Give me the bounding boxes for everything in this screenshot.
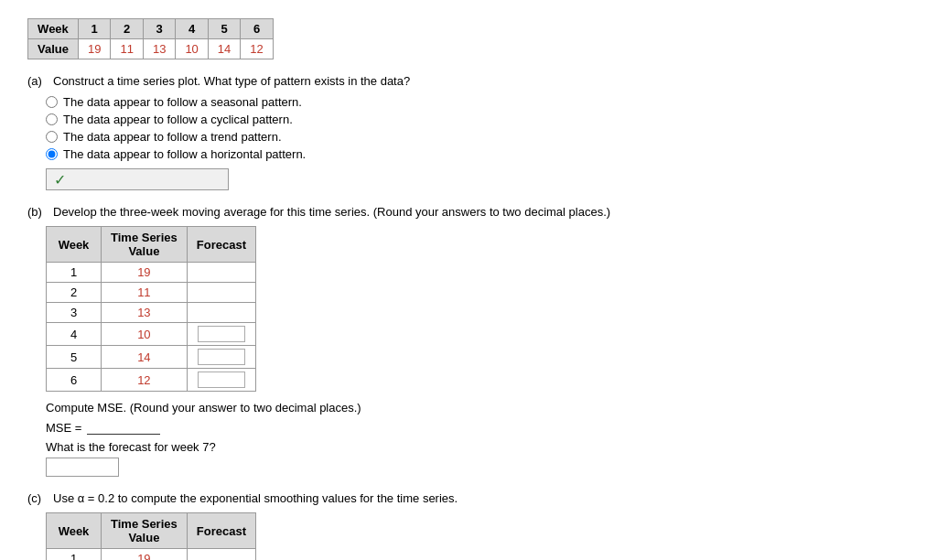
forecast-week-section: What is the forecast for week 7?: [46, 440, 910, 477]
part-c-section: (c) Use α = 0.2 to compute the exponenti…: [27, 491, 910, 560]
top-table-val4: 10: [176, 39, 208, 59]
radio-option-horizontal[interactable]: The data appear to follow a horizontal p…: [46, 147, 910, 161]
part-a-label: (a): [27, 74, 46, 88]
ma-table-week-header: Week: [47, 227, 102, 263]
table-row: 1 19: [47, 549, 256, 561]
top-table-col4: 4: [176, 19, 208, 39]
radio-seasonal[interactable]: [46, 96, 58, 108]
ma-row6-forecast-cell[interactable]: [187, 369, 255, 392]
table-row: 1 19: [47, 263, 256, 283]
top-table-val3: 13: [143, 39, 175, 59]
top-table-col1: 1: [78, 19, 110, 39]
top-data-table: Week 1 2 3 4 5 6 Value 19 11 13 10 14 12: [27, 18, 274, 59]
mse-label: Compute MSE. (Round your answer to two d…: [46, 401, 910, 415]
mse-label-text: Compute MSE. (Round your answer to two d…: [46, 401, 361, 415]
radio-cyclical[interactable]: [46, 113, 58, 125]
top-table-val1: 19: [78, 39, 110, 59]
exp-smoothing-table: Week Time SeriesValue Forecast 1 19 2 11: [46, 512, 256, 560]
ma-row5-week: 5: [47, 346, 102, 369]
ma-row4-forecast-cell[interactable]: [187, 323, 255, 346]
top-table-col3: 3: [143, 19, 175, 39]
part-a-radio-group: The data appear to follow a seasonal pat…: [46, 95, 910, 161]
top-table-col5: 5: [208, 19, 240, 39]
radio-horizontal-label: The data appear to follow a horizontal p…: [63, 147, 306, 161]
ma-row4-week: 4: [47, 323, 102, 346]
part-c-question: Use α = 0.2 to compute the exponential s…: [53, 491, 458, 505]
ma-table-ts-header: Time SeriesValue: [102, 227, 188, 263]
ma-row6-forecast-input[interactable]: [198, 372, 245, 388]
mse-prefix: MSE =: [46, 421, 81, 435]
table-row: 6 12: [47, 369, 256, 392]
table-row: 4 10: [47, 323, 256, 346]
radio-option-trend[interactable]: The data appear to follow a trend patter…: [46, 130, 910, 144]
forecast-week-input[interactable]: [46, 458, 119, 477]
mse-input[interactable]: [87, 420, 160, 435]
ma-row5-value: 14: [102, 346, 188, 369]
part-b-header: (b) Develop the three-week moving averag…: [27, 205, 910, 219]
es-table-week-header: Week: [47, 513, 102, 549]
ma-row1-week: 1: [47, 263, 102, 283]
top-table-val2: 11: [111, 39, 143, 59]
ma-row2-value: 11: [102, 283, 188, 303]
radio-trend[interactable]: [46, 131, 58, 143]
radio-horizontal[interactable]: [46, 148, 58, 160]
table-row: 5 14: [47, 346, 256, 369]
es-table-ts-header: Time SeriesValue: [102, 513, 188, 549]
part-b-label: (b): [27, 205, 46, 219]
top-table-val6: 12: [241, 39, 273, 59]
moving-average-table: Week Time SeriesValue Forecast 1 19 2 11…: [46, 226, 256, 392]
ma-table-forecast-header: Forecast: [187, 227, 255, 263]
part-c-header: (c) Use α = 0.2 to compute the exponenti…: [27, 491, 910, 505]
top-table-value-label: Value: [28, 39, 79, 59]
part-b-section: (b) Develop the three-week moving averag…: [27, 205, 910, 477]
es-row1-week: 1: [47, 549, 102, 561]
es-row1-forecast: [187, 549, 255, 561]
ma-row4-forecast-input[interactable]: [198, 326, 245, 342]
ma-row3-forecast: [187, 303, 255, 323]
radio-option-seasonal[interactable]: The data appear to follow a seasonal pat…: [46, 95, 910, 109]
top-table-week-header: Week: [28, 19, 79, 39]
ma-row6-week: 6: [47, 369, 102, 392]
es-row1-value: 19: [102, 549, 188, 561]
table-row: 3 13: [47, 303, 256, 323]
table-row: 2 11: [47, 283, 256, 303]
ma-row2-week: 2: [47, 283, 102, 303]
check-icon: ✓: [54, 171, 66, 188]
part-a-section: (a) Construct a time series plot. What t…: [27, 74, 910, 190]
ma-row5-forecast-input[interactable]: [198, 349, 245, 365]
ma-row3-value: 13: [102, 303, 188, 323]
top-table-val5: 14: [208, 39, 240, 59]
top-table-col2: 2: [111, 19, 143, 39]
part-a-header: (a) Construct a time series plot. What t…: [27, 74, 910, 88]
forecast-week-label: What is the forecast for week 7?: [46, 440, 216, 454]
radio-seasonal-label: The data appear to follow a seasonal pat…: [63, 95, 302, 109]
part-a-question: Construct a time series plot. What type …: [53, 74, 410, 88]
ma-row1-value: 19: [102, 263, 188, 283]
ma-row3-week: 3: [47, 303, 102, 323]
radio-trend-label: The data appear to follow a trend patter…: [63, 130, 282, 144]
top-table-col6: 6: [241, 19, 273, 39]
ma-row5-forecast-cell[interactable]: [187, 346, 255, 369]
ma-row2-forecast: [187, 283, 255, 303]
part-b-question: Develop the three-week moving average fo…: [53, 205, 610, 219]
ma-row4-value: 10: [102, 323, 188, 346]
es-table-forecast-header: Forecast: [187, 513, 255, 549]
mse-row: MSE =: [46, 420, 910, 435]
correct-indicator-box: ✓: [46, 168, 229, 190]
radio-cyclical-label: The data appear to follow a cyclical pat…: [63, 113, 293, 126]
ma-row6-value: 12: [102, 369, 188, 392]
ma-row1-forecast: [187, 263, 255, 283]
part-c-label: (c): [27, 491, 46, 505]
radio-option-cyclical[interactable]: The data appear to follow a cyclical pat…: [46, 113, 910, 126]
